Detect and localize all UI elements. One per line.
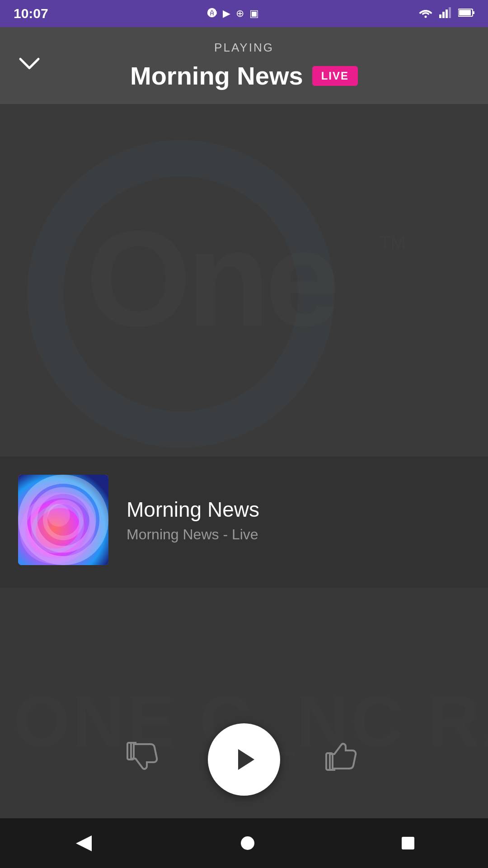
track-info: Morning News Morning News - Live — [18, 475, 470, 565]
track-thumbnail — [18, 475, 108, 565]
track-subtitle: Morning News - Live — [127, 526, 259, 543]
nav-back-button[interactable] — [74, 833, 94, 854]
signal-icon — [439, 7, 452, 20]
svg-rect-6 — [473, 11, 474, 14]
svg-rect-1 — [439, 14, 441, 18]
background-logo: One TM — [0, 104, 488, 457]
recent-square — [402, 837, 414, 849]
nav-recent-button[interactable] — [402, 837, 414, 849]
track-info-section: Morning News Morning News - Live — [0, 457, 488, 588]
home-circle — [241, 836, 254, 850]
header-title-row: Morning News LIVE — [130, 61, 358, 90]
back-button[interactable] — [18, 55, 41, 77]
main-content-area: One TM — [0, 104, 488, 457]
battery-icon — [458, 8, 474, 19]
svg-text:One: One — [86, 203, 337, 354]
header-title: Morning News — [130, 61, 303, 90]
dislike-button[interactable] — [127, 741, 163, 778]
controls-row — [127, 723, 361, 796]
play-button[interactable] — [208, 723, 280, 796]
accessibility-icon: 🅐 — [207, 8, 217, 19]
svg-text:TM: TM — [380, 232, 406, 252]
track-title: Morning News — [127, 497, 259, 522]
header: PLAYING Morning News LIVE — [0, 27, 488, 104]
svg-marker-19 — [238, 749, 254, 770]
svg-rect-2 — [442, 12, 445, 18]
bg-logo-svg: One TM — [41, 122, 447, 439]
status-bar: 10:07 🅐 ▶ ⊕ ▣ — [0, 0, 488, 27]
svg-marker-21 — [76, 835, 92, 851]
status-right-icons — [418, 7, 474, 20]
status-system-icons: 🅐 ▶ ⊕ ▣ — [207, 8, 259, 19]
nav-home-button[interactable] — [241, 836, 254, 850]
at-icon: ⊕ — [236, 8, 244, 19]
svg-point-16 — [47, 504, 70, 527]
controls-bg-logo: ONE C_NC RADIO — [0, 588, 488, 850]
track-details: Morning News Morning News - Live — [127, 497, 259, 543]
youtube-icon: ▶ — [223, 8, 230, 19]
controls-area: ONE C_NC RADIO — [0, 588, 488, 850]
nav-bar — [0, 818, 488, 868]
svg-rect-4 — [449, 7, 451, 18]
clipboard-icon: ▣ — [249, 8, 259, 19]
like-button[interactable] — [325, 741, 361, 778]
status-time: 10:07 — [14, 6, 48, 21]
svg-rect-3 — [446, 9, 448, 18]
playing-label: PLAYING — [214, 41, 274, 55]
live-badge: LIVE — [312, 66, 358, 86]
svg-point-0 — [424, 16, 427, 18]
wifi-icon — [418, 7, 433, 20]
svg-rect-7 — [459, 10, 471, 15]
